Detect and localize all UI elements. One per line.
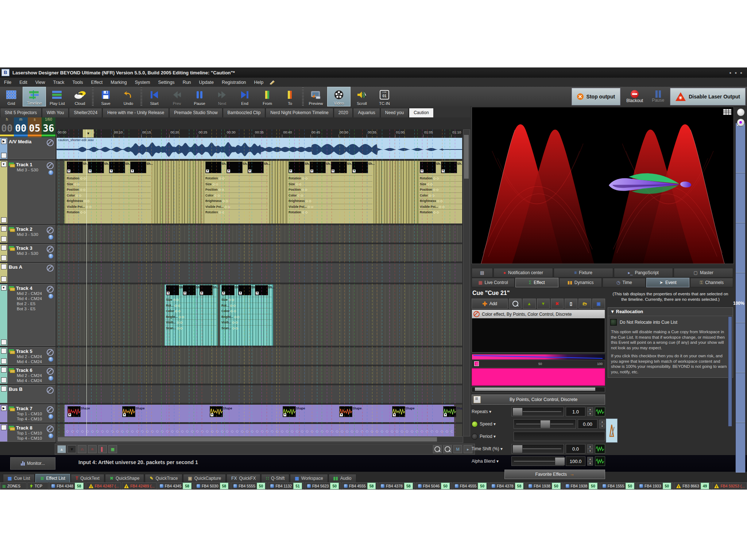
track-mute-checkbox[interactable] [1,217,7,223]
device-status-item[interactable]: FB4 504650 [416,482,452,490]
timeline-button[interactable]: Timeline [23,87,46,106]
clip-thumbnail[interactable]: Sh...✦ [88,162,104,173]
bottom-tab-q-shift[interactable]: ∷Q-Shift [261,474,289,482]
bottom-tab-effect-list[interactable]: ≣Effect List [35,474,70,482]
menu-item-file[interactable]: File [0,78,15,87]
menu-item-track[interactable]: Track [49,78,69,87]
undo-button[interactable]: Undo [117,87,140,106]
new-effect-icon[interactable]: ▯ [565,299,577,309]
track-info-icon[interactable]: ! [49,235,53,240]
select-cursor-tool[interactable]: ▲ [57,445,66,453]
tcp-button[interactable]: TCP [27,482,49,490]
track-lane-2[interactable] [57,225,462,243]
bottom-tab-cue-list[interactable]: ▦Cue List [3,474,35,482]
device-status-item[interactable]: FB4 437858 [379,482,415,490]
clip-thumbnail[interactable]: Sh...✦ [420,162,436,173]
clip-thumbnail[interactable]: Shape✦ [392,406,405,417]
track-expand-toggle[interactable]: ▶ [1,405,7,411]
track-header-track-6[interactable]: Track 6Mid 2 - CM24Mid 4 - CM24! [0,366,55,384]
clip-thumbnail[interactable]: Sh...✦ [205,162,221,173]
preview-button[interactable]: Preview [305,87,327,106]
clip-expand-icon[interactable]: ✦ [123,413,126,416]
track-mute-checkbox[interactable] [1,236,7,242]
track-mute-checkbox[interactable] [1,255,7,261]
control-value[interactable]: 100.0 [566,456,585,466]
track-expand-toggle[interactable]: ▼ [1,162,7,167]
timeline-tab-0[interactable]: Shit 5 Projectors [0,108,42,117]
control-slider[interactable] [514,419,576,429]
track-disable-icon[interactable] [47,227,54,234]
monitor-button[interactable]: Monitor... [10,457,55,470]
bottom-tab-quicktrace[interactable]: ✎QuickTrace [145,474,182,482]
menu-item-tools[interactable]: Tools [68,78,87,87]
menu-item-marking[interactable]: Marking [107,78,131,87]
preview-toggle-button[interactable] [737,108,745,116]
slider-handle[interactable] [512,445,523,453]
clip-expand-icon[interactable]: ✦ [167,292,170,295]
track-lane-5[interactable]: Sh...✦Sh...✦Sh...✦Size ◇ ◇Rot... ◇ ◇Colo… [57,284,462,346]
preview-grid-icon[interactable] [723,109,731,115]
effect-list[interactable]: Color effect, By Points, Color Control, … [472,310,605,353]
clip-thumbnail[interactable]: Sh...✦ [200,285,213,295]
search-effect-icon[interactable] [509,299,522,309]
control-slider[interactable] [511,444,564,454]
track-header-track-2[interactable]: Track 2Mid 3 - S30! [0,225,55,243]
slider-handle[interactable] [512,408,523,416]
bottom-tab-quicktext[interactable]: TQuickText [71,474,104,482]
control-slider[interactable] [511,407,564,416]
pause-button[interactable]: Pause [188,87,211,106]
clip-thumbnail[interactable]: Sh...✦ [221,285,235,295]
favorite-effects-button[interactable]: Favorite Effects → [504,470,605,479]
preview-record-button[interactable] [737,118,745,127]
menu-item-system[interactable]: System [131,78,154,87]
tab-event[interactable]: ➤Event [646,278,689,287]
menu-item-registration[interactable]: Registration [218,78,250,87]
slider-handle[interactable] [540,420,550,428]
timeline-tab-4[interactable]: Premade Studio Show [169,108,222,117]
clip-thumbnail[interactable]: Sh...✦ [227,162,243,173]
track-header-track-3[interactable]: Track 3Mid 3 - S30! [0,244,55,262]
track-header-track-4[interactable]: ▼Track 4Mid 2 - CM24Mid 4 - CM24Bot 2 - … [0,284,55,346]
device-status-item[interactable]: FB4 562350 [305,482,341,490]
track-header-a-v-media[interactable]: ▶A/V Media [0,137,55,159]
waveform-modulation-icon[interactable] [595,407,605,416]
tab-live-control[interactable]: ▦Live Control [472,278,515,287]
track-lane-8[interactable] [57,385,462,403]
clip-thumbnail[interactable]: Sh...✦ [248,162,264,173]
clip-thumbnail[interactable]: Sh...✦ [130,162,146,173]
tc-in-button[interactable]: LIVE01TC-IN [373,87,396,106]
reallocation-header[interactable]: ▼ Reallocation [608,308,733,316]
bottom-tab-audio[interactable]: ▮▮Audio [329,474,356,482]
clip-thumbnail[interactable]: Sh...✦ [67,162,83,173]
clip-thumbnail[interactable]: Shape✦ [283,406,296,417]
tab-master[interactable]: ▢Master [674,268,733,277]
zones-button[interactable]: ▦ZONES [0,482,27,490]
start-button[interactable]: Start [143,87,166,106]
device-status-item[interactable]: FB4 437858 [489,482,526,490]
color-tool[interactable]: ▦ [108,445,117,453]
tab-notification-center[interactable]: ●Notification center [494,268,553,277]
control-slider[interactable] [511,456,564,466]
track-disable-icon[interactable] [47,246,54,253]
clip-thumbnail[interactable]: Sh...✦ [166,285,179,295]
waveform-modulation-icon[interactable] [595,456,605,466]
clip-thumbnail[interactable]: Shape✦ [67,406,81,417]
scroll-button[interactable]: Scroll [351,87,373,106]
cloud-button[interactable]: betaCloud [69,87,91,106]
add-effect-button[interactable]: ✚Add [472,299,508,309]
color-swatch-block[interactable] [472,368,605,386]
move-up-icon[interactable]: ▲ [523,299,535,309]
track-expand-toggle[interactable] [1,425,7,430]
device-status-item[interactable]: FB4 113251 [268,482,304,490]
clip-expand-icon[interactable]: ✦ [206,170,209,172]
value-spinner[interactable]: ▲▼ [587,407,593,416]
track-info-icon[interactable]: ! [49,433,53,438]
value-spinner[interactable]: ▲▼ [587,444,593,453]
menu-item-settings[interactable]: Settings [154,78,178,87]
save-button[interactable]: Save [94,87,117,106]
clip-thumbnail[interactable]: Sh...✦ [255,285,268,295]
tab-dynamics[interactable]: ▮▮Dynamics [559,278,602,287]
device-status-item[interactable]: FB4 455550 [453,482,489,490]
clip-expand-icon[interactable]: ✦ [353,170,356,172]
value-spinner[interactable]: ▲▼ [587,457,593,466]
